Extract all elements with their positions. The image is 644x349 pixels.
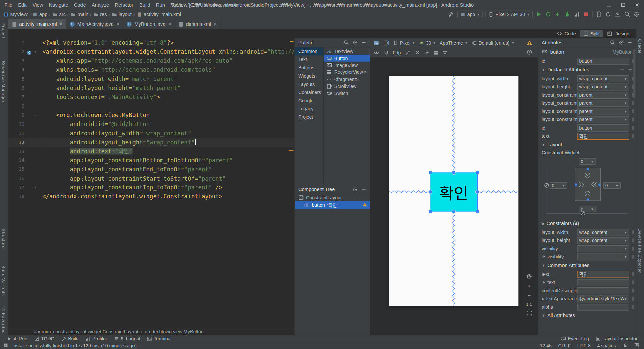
attribute-value-field[interactable]: button: [577, 124, 629, 131]
toolwindow-layout-inspector[interactable]: Layout Inspector: [592, 336, 641, 341]
menu-refactor[interactable]: Refactor: [112, 0, 137, 10]
attribute-value-field[interactable]: ▼: [577, 253, 629, 260]
attribute-value-field[interactable]: 확인: [577, 133, 629, 140]
menu-file[interactable]: File: [2, 0, 15, 10]
section-declared-attributes[interactable]: ▼Declared Attributes: [538, 65, 636, 74]
settings-icon[interactable]: [353, 187, 358, 192]
toolwindow-todo[interactable]: TODO: [31, 336, 58, 341]
palette-item-switch[interactable]: Switch: [324, 90, 370, 97]
theme-select[interactable]: AppTheme▼: [440, 41, 468, 46]
toolwindow-button-gradle[interactable]: Gradle: [637, 39, 642, 54]
menu-analyze[interactable]: Analyze: [89, 0, 112, 10]
constraint-widget-box[interactable]: [575, 168, 601, 201]
toolwindow-button-build-variants[interactable]: Build Variants: [1, 265, 6, 296]
toolwindow-event-log[interactable]: Event Log: [557, 336, 592, 341]
attribute-value-field[interactable]: wrap_content▼: [577, 229, 629, 236]
attributes-scrollbar[interactable]: [633, 49, 635, 98]
zoom-out-button[interactable]: −: [528, 293, 531, 298]
section-constraints-4-[interactable]: ▶Constraints (4): [538, 219, 636, 228]
toolwindow-button-2-favorites[interactable]: 2: Favorites: [1, 307, 6, 334]
pin-indicator[interactable]: [632, 101, 634, 105]
search-everywhere-icon[interactable]: [624, 11, 631, 18]
settings-icon[interactable]: [353, 40, 358, 45]
toolwindow-button-resource-manager[interactable]: Resource Manager: [1, 61, 6, 102]
palette-category-text[interactable]: Text: [295, 55, 323, 63]
palette-category-common[interactable]: Common: [295, 47, 323, 55]
run-icon[interactable]: [536, 11, 542, 18]
vertical-bias-handle[interactable]: [544, 183, 549, 188]
blueprint-surface-icon[interactable]: [383, 40, 389, 46]
breadcrumb-leaf[interactable]: org.techtown.view.MyButton: [145, 329, 203, 334]
breadcrumb-item-app[interactable]: app: [32, 11, 47, 17]
hide-icon[interactable]: [361, 187, 366, 192]
design-surface-icon[interactable]: [373, 40, 379, 46]
attribute-value-field[interactable]: parent▼: [577, 116, 629, 123]
maximize-button[interactable]: [616, 0, 630, 10]
apply-changes-icon[interactable]: [545, 11, 552, 18]
toolwindow-button-project[interactable]: Project: [1, 22, 6, 38]
pin-indicator[interactable]: [632, 255, 634, 259]
stop-icon[interactable]: [583, 11, 590, 18]
attribute-value-field[interactable]: wrap_content▼: [577, 83, 629, 90]
toolwindow-logcat[interactable]: 6: Logcat: [110, 336, 143, 341]
close-tab-icon[interactable]: ×: [168, 21, 171, 27]
toolwindow-build[interactable]: Build: [58, 336, 82, 341]
minimize-button[interactable]: [602, 0, 616, 10]
attribute-value-field[interactable]: wrap_content▼: [577, 75, 629, 82]
api-version-select[interactable]: 30▼: [419, 40, 436, 46]
canvas-button[interactable]: 확인: [430, 172, 477, 211]
menu-build[interactable]: Build: [136, 0, 153, 10]
pin-indicator[interactable]: [632, 280, 634, 284]
mode-code[interactable]: Code: [554, 30, 579, 37]
attribute-value-field[interactable]: wrap_content▼: [577, 237, 629, 244]
autoconnect-magnet-icon[interactable]: [383, 50, 389, 56]
profile-icon[interactable]: [573, 11, 580, 18]
palette-category-buttons[interactable]: Buttons: [295, 64, 323, 72]
default-margin-select[interactable]: 0dp: [393, 50, 401, 55]
locale-select[interactable]: Default (en-us)▼: [471, 40, 515, 46]
menu-view[interactable]: View: [30, 0, 46, 10]
horizontal-bias-handle[interactable]: [580, 210, 586, 216]
breadcrumb-item-activity_main.xml[interactable]: activity_main.xml: [137, 11, 181, 17]
fold-arrow-icon[interactable]: ▾: [34, 183, 37, 192]
attribute-value-field[interactable]: [577, 287, 629, 294]
fold-arrow-icon[interactable]: ▾: [34, 110, 37, 119]
margin-right-select[interactable]: 0▼: [603, 182, 621, 189]
attribute-value-field[interactable]: button: [577, 58, 629, 65]
close-tab-icon[interactable]: ×: [60, 21, 63, 27]
palette-category-containers[interactable]: Containers: [295, 88, 323, 96]
align-icon[interactable]: [442, 50, 448, 55]
palette-item-button[interactable]: OKButton: [324, 55, 370, 62]
tab-dimens.xml[interactable]: dimens.xml×: [175, 19, 221, 29]
clear-constraints-icon[interactable]: [415, 50, 420, 55]
search-icon[interactable]: [610, 40, 615, 45]
mode-split[interactable]: Split: [580, 30, 603, 37]
zoom-level[interactable]: 1:1: [526, 302, 532, 306]
attribute-value-field[interactable]: parent▼: [577, 108, 629, 115]
pin-indicator[interactable]: [632, 289, 634, 293]
design-warning-icon[interactable]: [527, 40, 532, 46]
view-options-eye-icon[interactable]: [373, 50, 379, 56]
build-icon[interactable]: [448, 11, 454, 18]
attribute-value-field[interactable]: [577, 303, 629, 310]
palette-category-google[interactable]: Google: [295, 97, 323, 105]
margin-top-select[interactable]: 0▼: [579, 158, 596, 165]
pack-icon[interactable]: [433, 50, 439, 55]
breadcrumb-item-main[interactable]: main: [70, 11, 88, 17]
remove-attribute-icon[interactable]: [628, 67, 633, 72]
file-encoding[interactable]: UTF-8: [577, 343, 591, 348]
add-attribute-icon[interactable]: [620, 67, 625, 72]
breadcrumb-item-src[interactable]: src: [52, 11, 66, 17]
tree-item-constraintlayout[interactable]: ConstraintLayout: [295, 194, 370, 201]
fold-arrow-icon[interactable]: ▾: [34, 47, 37, 56]
selection-handle[interactable]: [429, 171, 432, 174]
pin-indicator[interactable]: [632, 305, 634, 309]
selection-handle[interactable]: [476, 171, 479, 174]
tab-MainActivity.java[interactable]: CMainActivity.java×: [66, 19, 123, 29]
pin-indicator[interactable]: [632, 134, 634, 138]
attribute-value-field[interactable]: parent▼: [577, 91, 629, 98]
margin-left-select[interactable]: 0▼: [550, 182, 567, 189]
constraint-widget[interactable]: 0▼0▼0▼0▼: [538, 157, 636, 219]
tab-activity_main.xml[interactable]: activity_main.xml×: [8, 19, 66, 29]
toolwindow-terminal[interactable]: Terminal: [144, 336, 175, 341]
